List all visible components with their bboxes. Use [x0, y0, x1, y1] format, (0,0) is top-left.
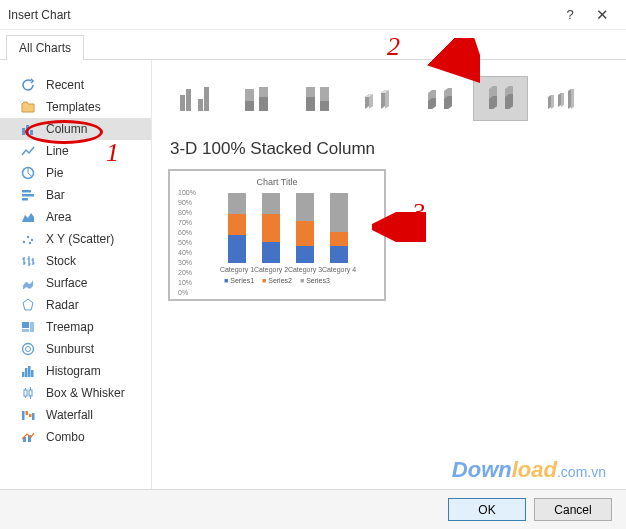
sidebar-item-label: Column — [46, 122, 87, 136]
svg-rect-22 — [29, 390, 32, 396]
sidebar-item-treemap[interactable]: Treemap — [0, 316, 151, 338]
subtype-3d-stacked-column[interactable] — [412, 76, 467, 121]
sidebar-item-area[interactable]: Area — [0, 206, 151, 228]
chart-preview[interactable]: Chart Title 100%90%80%70%60%50%40%30%20%… — [168, 169, 386, 301]
preview-legend: Series1 Series2 Series3 — [224, 277, 330, 284]
sidebar-item-scatter[interactable]: X Y (Scatter) — [0, 228, 151, 250]
sidebar-item-radar[interactable]: Radar — [0, 294, 151, 316]
subtype-3d-clustered-column[interactable] — [351, 76, 406, 121]
sidebar-item-sunburst[interactable]: Sunburst — [0, 338, 151, 360]
templates-icon — [20, 99, 36, 115]
subtype-title: 3-D 100% Stacked Column — [170, 139, 612, 159]
svg-point-8 — [27, 236, 29, 238]
cancel-button[interactable]: Cancel — [534, 498, 612, 521]
subtype-clustered-column[interactable] — [168, 76, 223, 121]
svg-point-10 — [29, 242, 31, 244]
titlebar: Insert Chart ? ✕ — [0, 0, 626, 30]
sidebar-item-label: X Y (Scatter) — [46, 232, 114, 246]
sidebar-item-label: Box & Whisker — [46, 386, 125, 400]
recent-icon — [20, 77, 36, 93]
svg-rect-0 — [22, 128, 25, 135]
svg-rect-5 — [22, 194, 34, 197]
svg-rect-26 — [32, 413, 35, 420]
waterfall-icon — [20, 407, 36, 423]
svg-rect-18 — [25, 368, 28, 377]
svg-rect-24 — [26, 411, 29, 415]
pie-icon — [20, 165, 36, 181]
help-button[interactable]: ? — [554, 3, 586, 27]
svg-rect-34 — [245, 101, 254, 111]
sidebar-item-histogram[interactable]: Histogram — [0, 360, 151, 382]
sidebar-item-boxwhisker[interactable]: Box & Whisker — [0, 382, 151, 404]
preview-y-labels: 100%90%80%70%60%50%40%30%20%10%0% — [178, 189, 196, 296]
svg-marker-11 — [23, 299, 33, 310]
scatter-icon — [20, 231, 36, 247]
column-icon — [20, 121, 36, 137]
treemap-icon — [20, 319, 36, 335]
svg-rect-2 — [30, 130, 33, 135]
sidebar-item-combo[interactable]: Combo — [0, 426, 151, 448]
sidebar-item-bar[interactable]: Bar — [0, 184, 151, 206]
sidebar-item-label: Histogram — [46, 364, 101, 378]
sidebar-item-pie[interactable]: Pie — [0, 162, 151, 184]
combo-icon — [20, 429, 36, 445]
sidebar-item-label: Stock — [46, 254, 76, 268]
ok-button[interactable]: OK — [448, 498, 526, 521]
sidebar-item-label: Combo — [46, 430, 85, 444]
svg-rect-12 — [22, 322, 29, 328]
svg-rect-4 — [22, 190, 31, 193]
sidebar-item-stock[interactable]: Stock — [0, 250, 151, 272]
preview-chart-title: Chart Title — [256, 177, 297, 187]
svg-rect-17 — [22, 372, 25, 377]
subtype-100-stacked-column[interactable] — [290, 76, 345, 121]
boxwhisker-icon — [20, 385, 36, 401]
tab-all-charts[interactable]: All Charts — [6, 35, 84, 60]
sidebar-item-label: Pie — [46, 166, 63, 180]
sidebar-item-surface[interactable]: Surface — [0, 272, 151, 294]
svg-rect-6 — [22, 198, 28, 201]
surface-icon — [20, 275, 36, 291]
preview-chart-area: Category 1 Category 2 Category 3 Categor… — [221, 191, 355, 273]
sidebar-item-label: Line — [46, 144, 69, 158]
sunburst-icon — [20, 341, 36, 357]
stock-icon — [20, 253, 36, 269]
watermark: Download.com.vn — [452, 457, 606, 483]
svg-rect-40 — [320, 101, 329, 111]
window-title: Insert Chart — [8, 8, 554, 22]
dialog-content: Recent Templates Column Line Pie Bar Are… — [0, 60, 626, 489]
sidebar-item-label: Bar — [46, 188, 65, 202]
svg-rect-38 — [306, 97, 315, 111]
svg-rect-23 — [22, 411, 25, 420]
column-subtype-row — [168, 76, 612, 121]
tabstrip: All Charts — [0, 30, 626, 60]
svg-rect-14 — [22, 329, 29, 332]
chart-category-sidebar: Recent Templates Column Line Pie Bar Are… — [0, 60, 152, 489]
sidebar-item-templates[interactable]: Templates — [0, 96, 151, 118]
svg-rect-31 — [198, 99, 203, 111]
sidebar-item-label: Waterfall — [46, 408, 93, 422]
radar-icon — [20, 297, 36, 313]
sidebar-item-recent[interactable]: Recent — [0, 74, 151, 96]
sidebar-item-column[interactable]: Column — [0, 118, 151, 140]
svg-point-9 — [31, 239, 33, 241]
area-icon — [20, 209, 36, 225]
main-pane: 3-D 100% Stacked Column Chart Title 100%… — [152, 60, 626, 489]
svg-point-7 — [23, 241, 25, 243]
svg-rect-32 — [204, 87, 209, 111]
sidebar-item-label: Templates — [46, 100, 101, 114]
sidebar-item-line[interactable]: Line — [0, 140, 151, 162]
subtype-3d-column[interactable] — [534, 76, 589, 121]
subtype-3d-100-stacked-column[interactable] — [473, 76, 528, 121]
sidebar-item-label: Sunburst — [46, 342, 94, 356]
subtype-stacked-column[interactable] — [229, 76, 284, 121]
svg-rect-25 — [29, 414, 32, 417]
sidebar-item-label: Treemap — [46, 320, 94, 334]
sidebar-item-label: Surface — [46, 276, 87, 290]
svg-point-15 — [23, 344, 34, 355]
svg-rect-21 — [24, 390, 27, 396]
bar-icon — [20, 187, 36, 203]
close-button[interactable]: ✕ — [586, 3, 618, 27]
svg-rect-30 — [186, 89, 191, 111]
svg-rect-36 — [259, 97, 268, 111]
sidebar-item-waterfall[interactable]: Waterfall — [0, 404, 151, 426]
